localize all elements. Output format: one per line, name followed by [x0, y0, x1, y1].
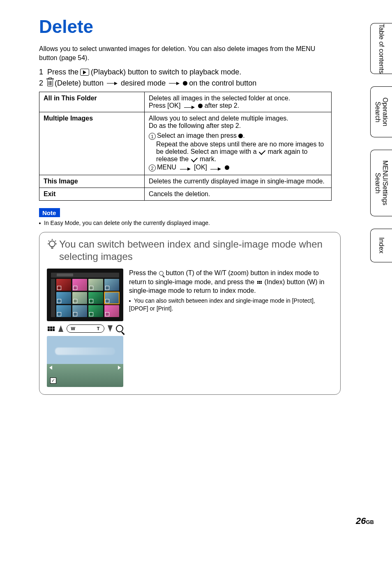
step-2-num: 2: [39, 79, 43, 88]
zoom-t-label: T: [97, 326, 100, 331]
arrow-right-icon: [210, 167, 221, 171]
cell-text: Press [OK]: [149, 102, 180, 109]
step-2-text-b: desired mode: [121, 79, 166, 88]
arrow-down-icon: [108, 325, 113, 332]
intro-text: Allows you to select unwanted images for…: [39, 44, 331, 62]
step-1: 1 Press the (Playback) button to switch …: [39, 68, 365, 76]
checkmark-icon: [259, 148, 265, 155]
tab-operation-search[interactable]: Operation Search: [370, 86, 392, 137]
trash-icon: [47, 80, 53, 86]
mode-all-folder-label: All in This Folder: [39, 92, 145, 112]
arrow-right-icon: [184, 106, 195, 109]
svg-point-0: [49, 241, 55, 247]
cell-text: Select an image then press: [157, 132, 237, 139]
cell-text: .: [243, 132, 244, 139]
step-1-text-b: (Playback) button to switch to playback …: [91, 68, 241, 76]
tip-illustrations: W T ✓: [47, 269, 123, 387]
note-badge: Note: [39, 208, 60, 217]
center-button-icon: [238, 134, 243, 138]
step-1-num: 1: [39, 68, 43, 76]
tip-box: You can switch between index and single-…: [39, 232, 341, 395]
step-2: 2 (Delete) button desired mode on the co…: [39, 79, 365, 88]
cell-text: after step 2.: [205, 102, 240, 109]
index-grid-icon: [47, 326, 55, 331]
mode-multiple-label: Multiple Images: [39, 112, 145, 175]
magnify-icon: [116, 325, 123, 332]
cell-text: MENU: [157, 164, 176, 171]
substep-1-icon: 1: [149, 133, 156, 140]
arrow-right-icon: [169, 82, 180, 85]
hint-icon: [47, 238, 58, 252]
index-grid-icon: [257, 281, 262, 284]
tip-sub-text: You can also switch between index and si…: [129, 297, 315, 312]
step-1-text-a: Press the: [47, 68, 78, 76]
tab-menu-settings-search[interactable]: MENU/Settings Search: [370, 150, 392, 216]
bullet-icon: [39, 222, 41, 224]
center-button-icon: [225, 165, 229, 170]
tab-index[interactable]: Index: [370, 229, 392, 262]
checkmark-icon: [191, 155, 197, 162]
step-2-text-c: on the control button: [189, 79, 256, 88]
center-button-icon: [183, 81, 187, 86]
substep-1-cont: Repeat the above steps until there are n…: [156, 141, 327, 163]
index-view-illustration: [47, 269, 123, 321]
single-view-illustration: ✓: [47, 336, 123, 387]
side-tabs: Table of contents Operation Search MENU/…: [370, 23, 392, 262]
center-button-icon: [198, 104, 203, 108]
tip-title: You can switch between index and single-…: [59, 238, 333, 263]
substep-2-text: MENU [OK]: [157, 164, 327, 171]
cell-text: Allows you to select and delete multiple…: [149, 115, 288, 122]
page-number-value: 26: [356, 516, 366, 526]
step-2-text-a: (Delete) button: [55, 79, 104, 88]
substep-2-icon: 2: [149, 164, 156, 171]
tip-body-text: Press the button (T) of the W/T (zoom) b…: [129, 269, 333, 387]
cell-text: Do as the following after step 2.: [149, 122, 241, 129]
magnify-icon: [159, 271, 164, 276]
arrow-up-icon: [58, 325, 63, 332]
tab-table-of-contents[interactable]: Table of contents: [370, 23, 392, 74]
mode-exit-label: Exit: [39, 188, 145, 201]
tip-text-a: Press the: [129, 269, 157, 276]
modes-table: All in This Folder Deletes all images in…: [39, 92, 332, 201]
mode-multiple-desc: Allows you to select and delete multiple…: [145, 112, 332, 175]
playback-icon: [80, 69, 89, 76]
mode-exit-desc: Cancels the deletion.: [145, 188, 332, 201]
table-row: Multiple Images Allows you to select and…: [39, 112, 332, 175]
arrow-right-icon: [107, 82, 118, 85]
table-row: All in This Folder Deletes all images in…: [39, 92, 332, 112]
note-body: In Easy Mode, you can delete only the cu…: [44, 220, 210, 226]
table-row: This Image Deletes the currently display…: [39, 175, 332, 188]
note-text: In Easy Mode, you can delete only the cu…: [39, 220, 365, 226]
mode-all-folder-desc: Deletes all images in the selected folde…: [145, 92, 332, 112]
page-number-suffix: GB: [366, 519, 374, 525]
arrow-right-icon: [180, 167, 191, 171]
zoom-w-label: W: [71, 326, 75, 331]
page-title: Delete: [39, 16, 365, 37]
bullet-icon: [129, 300, 131, 302]
cell-text: mark.: [200, 155, 216, 162]
cell-text: [OK]: [194, 164, 207, 171]
table-row: Exit Cancels the deletion.: [39, 188, 332, 201]
zoom-control-illustration: W T: [47, 324, 123, 333]
page-number: 26GB: [356, 516, 374, 526]
cell-text: Deletes all images in the selected folde…: [149, 95, 290, 102]
zoom-pill: W T: [67, 324, 104, 333]
substep-1-text: Select an image then press .: [157, 132, 327, 139]
mode-this-image-desc: Deletes the currently displayed image in…: [145, 175, 332, 188]
mode-this-image-label: This Image: [39, 175, 145, 188]
